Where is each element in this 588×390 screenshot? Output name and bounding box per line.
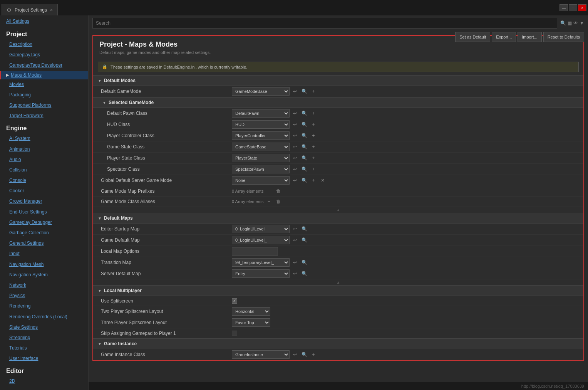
game-instance-class-reset-btn[interactable]: ↩ (291, 351, 299, 358)
server-default-map-search-btn[interactable]: 🔍 (300, 270, 308, 277)
search-icon[interactable]: 🔍 (560, 20, 566, 26)
spectator-class-search-btn[interactable]: 🔍 (300, 165, 308, 173)
window-close-button[interactable]: × (578, 4, 586, 11)
sidebar-item-audio[interactable]: Audio (0, 155, 88, 165)
editor-startup-map-dropdown[interactable]: 0_LoginUiLevel_ (232, 225, 290, 233)
selected-gamemode-collapse[interactable]: ▼ (102, 101, 106, 105)
collapse-triangle[interactable]: ▼ (98, 79, 102, 83)
game-instance-class-dropdown[interactable]: GameInstance (232, 350, 290, 359)
sidebar-item-tutorials[interactable]: Tutorials (0, 343, 88, 353)
grid-icon[interactable]: ▦ (568, 20, 572, 26)
default-pawn-search-btn[interactable]: 🔍 (300, 109, 308, 117)
global-server-reset-btn[interactable]: ↩ (291, 177, 299, 184)
global-server-gamemode-dropdown[interactable]: None (232, 176, 290, 185)
sidebar-item-rendering-overrides[interactable]: Rendering Overrides (Local) (0, 312, 88, 322)
search-input[interactable] (92, 18, 557, 29)
game-state-search-btn[interactable]: 🔍 (300, 143, 308, 151)
game-instance-class-add-btn[interactable]: + (310, 351, 317, 358)
use-splitscreen-checkbox[interactable] (232, 298, 237, 304)
sidebar-item-collision[interactable]: Collision (0, 165, 88, 175)
sidebar-item-slate-settings[interactable]: Slate Settings (0, 322, 88, 333)
default-pawn-dropdown[interactable]: DefaultPawn (232, 109, 290, 118)
server-default-map-reset-btn[interactable]: ↩ (291, 270, 299, 277)
spectator-class-add-btn[interactable]: + (310, 165, 317, 173)
dropdown-arrow-icon[interactable]: ▼ (580, 20, 584, 26)
skip-gamepad-checkbox[interactable] (232, 331, 237, 336)
default-pawn-add-btn[interactable]: + (310, 109, 317, 117)
player-controller-dropdown[interactable]: PlayerController (232, 131, 290, 140)
sidebar-item-physics[interactable]: Physics (0, 291, 88, 301)
sidebar-item-maps-modes[interactable]: ▶ Maps & Modes (0, 71, 88, 79)
sidebar-item-movies[interactable]: Movies (0, 79, 88, 90)
transition-map-search-btn[interactable]: 🔍 (300, 259, 308, 266)
game-state-add-btn[interactable]: + (310, 143, 317, 151)
sidebar-item-gameplaytags-dev[interactable]: GameplayTags Developer (0, 60, 88, 71)
sidebar-item-crowd-manager[interactable]: Crowd Manager (0, 196, 88, 207)
transition-map-reset-btn[interactable]: ↩ (291, 259, 299, 266)
sidebar-item-2d[interactable]: 2D (0, 376, 88, 387)
spectator-class-reset-btn[interactable]: ↩ (291, 165, 299, 173)
sidebar-item-network[interactable]: Network (0, 280, 88, 291)
gamemode-class-aliases-add-btn[interactable]: + (265, 198, 273, 205)
sidebar-item-navigation-mesh[interactable]: Navigation Mesh (0, 259, 88, 270)
maximize-button[interactable]: □ (569, 4, 577, 11)
transition-map-dropdown[interactable]: 99_temporaryLevel_ (232, 258, 290, 267)
server-default-map-dropdown[interactable]: Entry (232, 269, 290, 278)
import-button[interactable]: Import... (518, 32, 541, 42)
project-settings-tab[interactable]: ⚙ Project Settings × (2, 4, 58, 15)
sidebar-item-user-interface[interactable]: User Interface (0, 353, 88, 364)
player-state-dropdown[interactable]: PlayerState (232, 154, 290, 162)
sidebar-item-target-hardware[interactable]: Target Hardware (0, 111, 88, 121)
sidebar-item-general-settings[interactable]: General Settings (0, 238, 88, 249)
default-gamemode-reset-btn[interactable]: ↩ (291, 87, 299, 95)
default-gamemode-add-btn[interactable]: + (310, 87, 317, 95)
gamemode-map-prefixes-add-btn[interactable]: + (265, 187, 273, 195)
default-gamemode-search-btn[interactable]: 🔍 (300, 87, 308, 95)
sidebar-item-packaging[interactable]: Packaging (0, 90, 88, 100)
sidebar-item-garbage-collection[interactable]: Garbage Collection (0, 228, 88, 238)
local-map-options-input[interactable] (232, 247, 278, 256)
player-controller-add-btn[interactable]: + (310, 132, 317, 140)
global-server-add-btn[interactable]: + (310, 177, 317, 184)
default-pawn-reset-btn[interactable]: ↩ (291, 109, 299, 117)
sidebar-item-gameplay-debugger[interactable]: Gameplay Debugger (0, 217, 88, 228)
sidebar-item-appearance[interactable]: Appearance (0, 387, 88, 390)
hud-class-add-btn[interactable]: + (310, 121, 317, 128)
minimize-button[interactable]: — (560, 4, 568, 11)
editor-startup-map-search-btn[interactable]: 🔍 (300, 225, 308, 233)
player-controller-search-btn[interactable]: 🔍 (300, 132, 308, 140)
hud-class-reset-btn[interactable]: ↩ (291, 121, 299, 128)
game-default-map-search-btn[interactable]: 🔍 (300, 236, 308, 244)
sidebar-item-streaming[interactable]: Streaming (0, 333, 88, 343)
reset-to-defaults-button[interactable]: Reset to Defaults (543, 32, 584, 42)
gamemode-map-prefixes-delete-btn[interactable]: 🗑 (275, 187, 282, 195)
local-multiplayer-collapse[interactable]: ▼ (98, 289, 102, 293)
editor-startup-map-reset-btn[interactable]: ↩ (291, 225, 299, 233)
player-state-reset-btn[interactable]: ↩ (291, 154, 299, 162)
game-state-reset-btn[interactable]: ↩ (291, 143, 299, 151)
player-state-search-btn[interactable]: 🔍 (300, 154, 308, 162)
sidebar-item-rendering[interactable]: Rendering (0, 301, 88, 311)
global-server-search-btn[interactable]: 🔍 (300, 177, 308, 184)
set-as-default-button[interactable]: Set as Default (455, 32, 490, 42)
export-button[interactable]: Export... (492, 32, 516, 42)
two-player-splitscreen-dropdown[interactable]: Horizontal Vertical (232, 307, 270, 316)
game-instance-class-search-btn[interactable]: 🔍 (300, 351, 308, 358)
all-settings-link[interactable]: All Settings (0, 15, 88, 27)
eye-icon[interactable]: 👁 (573, 20, 578, 26)
player-state-add-btn[interactable]: + (310, 154, 317, 162)
spectator-class-dropdown[interactable]: SpectatorPawn (232, 165, 290, 173)
default-gamemode-dropdown[interactable]: GameModeBase (232, 87, 290, 96)
sidebar-item-ai-system[interactable]: AI System (0, 133, 88, 144)
game-instance-collapse[interactable]: ▼ (98, 342, 102, 346)
tab-close-icon[interactable]: × (50, 7, 53, 13)
sidebar-item-description[interactable]: Description (0, 39, 88, 50)
sidebar-item-input[interactable]: Input (0, 249, 88, 259)
game-default-map-dropdown[interactable]: 0_LoginUiLevel_ (232, 236, 290, 244)
hud-class-search-btn[interactable]: 🔍 (300, 121, 308, 128)
player-controller-reset-btn[interactable]: ↩ (291, 132, 299, 140)
sidebar-item-navigation-system[interactable]: Navigation System (0, 270, 88, 280)
game-state-dropdown[interactable]: GameStateBase (232, 143, 290, 151)
sidebar-item-console[interactable]: Console (0, 175, 88, 186)
global-server-delete-btn[interactable]: ✕ (319, 177, 327, 184)
